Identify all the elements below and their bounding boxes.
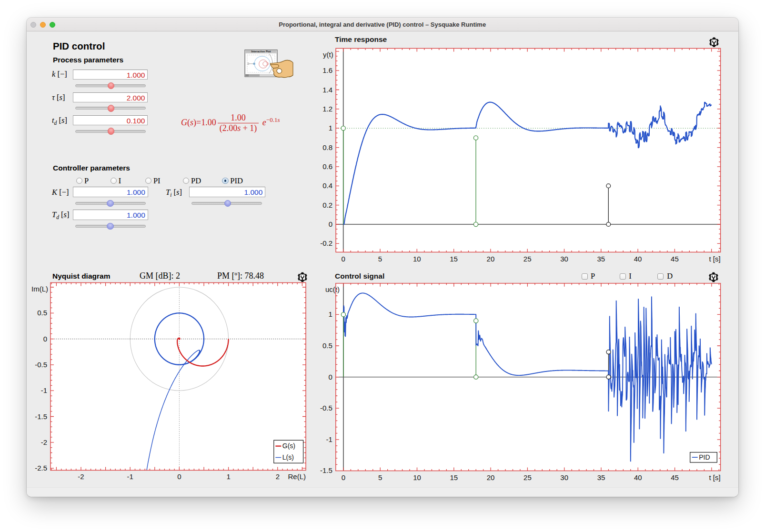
svg-text:0.5: 0.5 xyxy=(37,309,47,317)
svg-text:t [s]: t [s] xyxy=(709,255,720,263)
svg-text:5: 5 xyxy=(378,255,382,263)
svg-text:45: 45 xyxy=(671,473,679,482)
svg-text:35: 35 xyxy=(597,473,605,482)
svg-text:0.2: 0.2 xyxy=(322,201,332,209)
svg-text:Im(L): Im(L) xyxy=(31,285,48,293)
svg-text:25: 25 xyxy=(523,473,532,482)
svg-text:L(s): L(s) xyxy=(282,453,294,461)
svg-text:1: 1 xyxy=(226,472,230,481)
svg-text:45: 45 xyxy=(671,255,679,263)
svg-text:-0.5: -0.5 xyxy=(320,404,332,412)
svg-text:PID: PID xyxy=(699,453,710,461)
svg-text:y(t): y(t) xyxy=(323,50,333,59)
svg-text:0.8: 0.8 xyxy=(322,143,332,151)
svg-text:-0.5: -0.5 xyxy=(35,361,47,369)
svg-text:0: 0 xyxy=(342,473,345,482)
svg-text:-2.5: -2.5 xyxy=(35,464,47,472)
svg-text:-1: -1 xyxy=(127,472,133,481)
svg-text:Re(L): Re(L) xyxy=(288,472,306,481)
svg-text:0: 0 xyxy=(177,472,181,481)
svg-text:-1: -1 xyxy=(41,386,47,394)
svg-text:20: 20 xyxy=(487,473,495,482)
svg-text:35: 35 xyxy=(597,255,605,263)
svg-text:G(s): G(s) xyxy=(282,442,295,450)
svg-text:1.6: 1.6 xyxy=(322,66,332,74)
svg-text:-0.2: -0.2 xyxy=(320,239,332,247)
svg-text:0.6: 0.6 xyxy=(322,162,332,171)
svg-text:10: 10 xyxy=(413,255,421,263)
svg-text:0: 0 xyxy=(329,220,332,228)
svg-text:15: 15 xyxy=(450,473,458,482)
svg-text:0: 0 xyxy=(328,373,332,381)
svg-text:2: 2 xyxy=(276,472,280,481)
svg-text:0.4: 0.4 xyxy=(322,181,332,190)
svg-text:30: 30 xyxy=(560,473,568,482)
svg-text:1.4: 1.4 xyxy=(322,86,332,94)
svg-text:1.2: 1.2 xyxy=(322,105,332,113)
svg-text:20: 20 xyxy=(487,255,495,263)
svg-text:40: 40 xyxy=(634,473,642,482)
svg-text:0.5: 0.5 xyxy=(322,341,332,350)
svg-text:40: 40 xyxy=(634,255,642,263)
svg-text:Interactive Plot: Interactive Plot xyxy=(252,50,271,53)
svg-text:-2: -2 xyxy=(41,438,47,446)
svg-text:t [s]: t [s] xyxy=(709,473,720,482)
svg-text:25: 25 xyxy=(523,255,532,263)
svg-text:-1: -1 xyxy=(326,435,332,443)
svg-text:0: 0 xyxy=(43,335,47,343)
svg-text:1: 1 xyxy=(328,310,332,318)
svg-text:-2: -2 xyxy=(78,472,84,481)
svg-text:1: 1 xyxy=(329,124,332,132)
svg-text:30: 30 xyxy=(560,255,568,263)
svg-text:uc(t): uc(t) xyxy=(325,285,340,293)
svg-text:15: 15 xyxy=(450,255,458,263)
svg-text:Time response: Time response xyxy=(335,36,387,43)
svg-text:-1.5: -1.5 xyxy=(320,466,332,474)
svg-text:Control signal: Control signal xyxy=(335,272,384,280)
svg-text:5: 5 xyxy=(378,473,382,482)
svg-text:-1.5: -1.5 xyxy=(35,412,47,421)
svg-text:0: 0 xyxy=(342,255,345,263)
svg-text:10: 10 xyxy=(413,473,421,482)
